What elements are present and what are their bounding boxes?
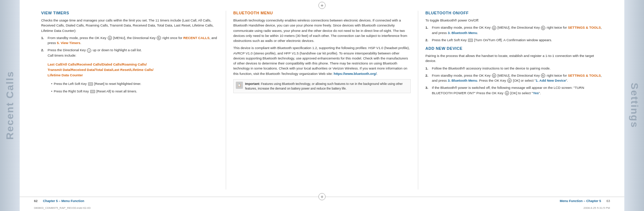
bluetooth-menu-highlight-1: 3. Bluetooth Menu: [448, 31, 477, 35]
bt-step-2: 2. Press the Left Soft Key [Turn On/Turn…: [425, 38, 603, 43]
recent-calls-highlight: RECENT CALLS: [183, 36, 209, 40]
column-bluetooth-menu: BLUETOOTH MENU Bluetooth technology conn…: [226, 11, 418, 190]
add-step-1-num: 1.: [425, 66, 430, 71]
bluetooth-menu-title: BLUETOOTH MENU: [233, 11, 411, 15]
step-1-text: From standby mode, press the OK Key ⊙ [M…: [48, 35, 219, 46]
ok-key-icon-1: ⊙: [108, 36, 112, 40]
bullet-2-text: Press the Right Soft Key [Reset All] to …: [54, 89, 137, 94]
dir-key-icon-2: ↕: [87, 48, 91, 53]
left-decorative-band: Recent Calls: [0, 0, 20, 211]
step-1-num: 1.: [41, 35, 46, 46]
view-timers-intro: Checks the usage time and manages your c…: [41, 18, 219, 33]
bluetooth-onoff-title: BLUETOOTH ON/OFF: [425, 11, 603, 15]
orange-item-3: Lifetime Data Counter: [48, 72, 153, 78]
bullet-1-text: Press the Left Soft Key [Reset] to reset…: [54, 81, 141, 86]
right-decorative-band: Settings: [624, 0, 644, 211]
step-2-num: 2.: [41, 48, 46, 96]
add-step-3-text: If the Bluetooth® power is switched off,…: [432, 85, 603, 96]
add-step-2-num: 2.: [425, 73, 430, 83]
step-1: 1. From standby mode, press the OK Key ⊙…: [41, 35, 219, 46]
view-timers-title: VIEW TIMERS: [41, 11, 219, 15]
orange-item-1: Last Call/All Calls/Received Calls/Diale…: [48, 62, 153, 67]
view-timers-highlight: 5. View Timers: [57, 41, 80, 45]
crosshair-bottom-icon: [318, 193, 326, 200]
bullet-1: Press the Left Soft Key [Reset] to reset…: [51, 81, 153, 86]
important-icon: 📋: [236, 82, 243, 89]
bullet-2: Press the Right Soft Key [Reset All] to …: [51, 89, 153, 94]
dir-key-icon-3: ↻: [541, 26, 545, 30]
important-box: 📋 Important: Features using Bluetooth te…: [233, 79, 411, 93]
add-device-steps: 1. Follow the Bluetooth® accessory instr…: [425, 66, 603, 96]
add-step-2: 2. From standby mode, press the OK Key ⊙…: [425, 73, 603, 83]
add-step-3-num: 3.: [425, 85, 430, 96]
dir-key-icon-1: ↻: [157, 36, 161, 40]
footer-left: 62 Chapter 5 – Menu Function: [34, 199, 84, 203]
chapter-text-left: Chapter 5 – Menu Function: [43, 199, 84, 203]
important-text: Features using Bluetooth technology, or …: [245, 82, 403, 90]
crosshair-top-icon: [318, 2, 326, 9]
file-info-left: 080803_CDM8975_RAP_REV00.indd 62-63: [34, 206, 91, 210]
footer-right: Menu Function – Chapter 5 63: [560, 199, 610, 203]
page-num-right: 63: [606, 199, 610, 203]
file-info-right: 2008.8.25 5:31:5 PM: [584, 206, 610, 210]
step-2-text: Press the Directional Key ↕ up or down t…: [48, 48, 153, 96]
add-new-device-highlight: 1. Add New Device: [536, 78, 566, 82]
chapter-text-right: Menu Function – Chapter 5: [560, 199, 601, 203]
left-soft-key-icon-1: [88, 82, 93, 86]
bluetooth-url: https://www.bluetooth.org/: [334, 72, 377, 76]
important-label: Important:: [245, 82, 261, 86]
right-band-label: Settings: [629, 83, 640, 128]
yes-highlight: Yes: [533, 91, 538, 95]
add-step-2-text: From standby mode, press the OK Key ⊙ [M…: [432, 73, 603, 83]
file-info: 080803_CDM8975_RAP_REV00.indd 62-63 2008…: [20, 206, 624, 211]
column-bluetooth-settings: BLUETOOTH ON/OFF To toggle Bluetooth® po…: [418, 11, 610, 190]
step-2: 2. Press the Directional Key ↕ up or dow…: [41, 48, 219, 96]
ok-key-icon-3: ⊙: [492, 73, 496, 78]
add-new-device-intro: Pairing is the process that allows the h…: [425, 53, 603, 64]
settings-tools-highlight-2: SETTINGS & TOOLS: [568, 73, 601, 77]
left-band-label: Recent Calls: [4, 71, 16, 140]
bt-step-2-text: Press the Left Soft Key [Turn On/Turn Of…: [432, 38, 552, 43]
bluetooth-body-1: Bluetooth technology connectivity enable…: [233, 18, 411, 43]
page-num-left: 62: [34, 199, 38, 203]
ok-key-icon-5: ⊙: [505, 91, 509, 95]
settings-tools-highlight-1: SETTINGS & TOOLS: [568, 25, 601, 29]
bt-step-2-num: 2.: [425, 38, 430, 43]
orange-timer-list: Last Call/All Calls/Received Calls/Diale…: [48, 60, 153, 80]
ok-key-icon-2: ⊙: [492, 26, 496, 30]
bluetooth-menu-highlight-2: 3. Bluetooth Menu: [448, 78, 477, 82]
bluetooth-onoff-steps: 1. From standby mode, press the OK Key ⊙…: [425, 25, 603, 43]
add-step-1: 1. Follow the Bluetooth® accessory instr…: [425, 66, 603, 71]
left-soft-key-icon-2: [468, 39, 473, 42]
dir-key-icon-4: ↻: [541, 73, 545, 78]
bullet-list-timers: Press the Left Soft Key [Reset] to reset…: [51, 81, 153, 94]
view-timers-steps: 1. From standby mode, press the OK Key ⊙…: [41, 35, 219, 96]
bluetooth-body-2: This device is compliant with Bluetooth …: [233, 45, 411, 76]
right-soft-key-icon-1: [90, 90, 95, 93]
add-step-3: 3. If the Bluetooth® power is switched o…: [425, 85, 603, 96]
bluetooth-onoff-intro: To toggle Bluetooth® power On/Off:: [425, 18, 603, 23]
bt-step-1-num: 1.: [425, 25, 430, 35]
columns-wrapper: VIEW TIMERS Checks the usage time and ma…: [20, 0, 624, 197]
important-text-container: Important: Features using Bluetooth tech…: [245, 82, 408, 91]
orange-item-2: Transmit Data/Received Data/Total Data/L…: [48, 67, 153, 72]
add-step-1-text: Follow the Bluetooth® accessory instruct…: [432, 66, 551, 71]
ok-key-icon-4: ⊙: [507, 78, 512, 83]
bt-step-1: 1. From standby mode, press the OK Key ⊙…: [425, 25, 603, 35]
column-view-timers: VIEW TIMERS Checks the usage time and ma…: [34, 11, 226, 190]
bt-step-1-text: From standby mode, press the OK Key ⊙ [M…: [432, 25, 603, 35]
main-content: VIEW TIMERS Checks the usage time and ma…: [20, 0, 624, 211]
add-new-device-title: ADD NEW DEVICE: [425, 46, 603, 51]
